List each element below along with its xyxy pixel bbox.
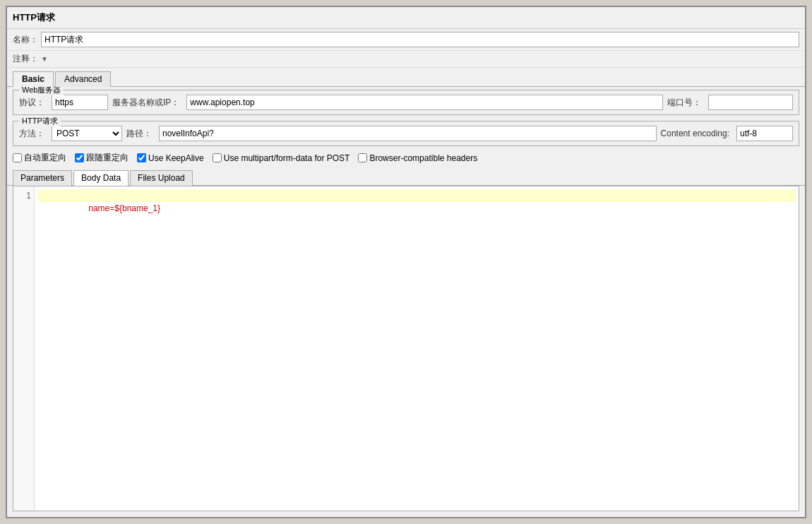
code-text-1: name=${bname_1}	[88, 203, 160, 213]
protocol-input[interactable]	[52, 95, 108, 110]
keep-alive-label[interactable]: Use KeepAlive	[137, 153, 204, 163]
path-label: 路径：	[126, 128, 152, 140]
http-row: 方法： GET POST PUT DELETE HEAD OPTIONS PAT…	[19, 126, 793, 141]
multipart-text: Use multipart/form-data for POST	[224, 153, 350, 163]
follow-redirect-checkbox[interactable]	[75, 153, 84, 162]
auto-redirect-text: 自动重定向	[24, 152, 66, 164]
browser-headers-label[interactable]: Browser-compatible headers	[358, 153, 477, 163]
checkboxes-row: 自动重定向 跟随重定向 Use KeepAlive Use multipart/…	[7, 149, 805, 167]
tab-body-data[interactable]: Body Data	[73, 170, 129, 186]
server-name-input[interactable]	[186, 95, 663, 110]
path-input[interactable]	[159, 126, 657, 141]
tab-content: Web服务器 协议： 服务器名称或IP： 端口号： HTTP请求 方法： GET…	[7, 87, 805, 517]
server-label: 服务器名称或IP：	[112, 97, 179, 109]
tab-parameters[interactable]: Parameters	[13, 170, 72, 186]
web-server-section: Web服务器 协议： 服务器名称或IP： 端口号：	[13, 90, 799, 115]
name-label: 名称：	[13, 34, 38, 46]
tab-basic[interactable]: Basic	[13, 71, 54, 87]
name-input[interactable]	[41, 32, 799, 47]
inner-tabs-bar: Parameters Body Data Files Upload	[7, 167, 805, 186]
http-request-legend: HTTP请求	[19, 116, 61, 126]
editor-area[interactable]: name=${bname_1}	[35, 186, 799, 511]
port-input[interactable]	[708, 95, 793, 110]
keep-alive-checkbox[interactable]	[137, 153, 146, 162]
method-select[interactable]: GET POST PUT DELETE HEAD OPTIONS PATCH	[52, 126, 122, 141]
main-panel: HTTP请求 名称： 注释： ▼ Basic Advanced Web服务器 协…	[6, 6, 806, 518]
editor-container: 1 name=${bname_1}	[13, 186, 799, 511]
protocol-label: 协议：	[19, 97, 44, 109]
tab-advanced[interactable]: Advanced	[55, 71, 111, 87]
auto-redirect-checkbox[interactable]	[13, 153, 22, 162]
main-tabs-bar: Basic Advanced	[7, 68, 805, 87]
line-numbers: 1	[13, 186, 35, 511]
server-row: 协议： 服务器名称或IP： 端口号：	[19, 95, 793, 110]
method-label: 方法：	[19, 128, 44, 140]
http-request-section: HTTP请求 方法： GET POST PUT DELETE HEAD OPTI…	[13, 121, 799, 146]
web-server-legend: Web服务器	[19, 87, 64, 95]
line-number-1: 1	[13, 189, 34, 202]
collapse-arrow[interactable]: ▼	[41, 55, 48, 63]
encoding-label: Content encoding:	[661, 129, 729, 138]
browser-headers-text: Browser-compatible headers	[369, 153, 477, 163]
name-row: 名称：	[7, 29, 805, 51]
follow-redirect-label[interactable]: 跟随重定向	[75, 152, 129, 164]
code-line-1: name=${bname_1}	[37, 189, 796, 202]
panel-title: HTTP请求	[7, 7, 805, 29]
port-label: 端口号：	[667, 97, 701, 109]
browser-headers-checkbox[interactable]	[358, 153, 367, 162]
follow-redirect-text: 跟随重定向	[86, 152, 129, 164]
tab-files-upload[interactable]: Files Upload	[130, 170, 193, 186]
multipart-label[interactable]: Use multipart/form-data for POST	[213, 153, 350, 163]
auto-redirect-label[interactable]: 自动重定向	[13, 152, 66, 164]
multipart-checkbox[interactable]	[213, 153, 222, 162]
keep-alive-text: Use KeepAlive	[148, 153, 204, 163]
encoding-input[interactable]	[736, 126, 793, 141]
comment-label: 注释：	[13, 53, 38, 65]
comment-row: 注释： ▼	[7, 51, 805, 68]
